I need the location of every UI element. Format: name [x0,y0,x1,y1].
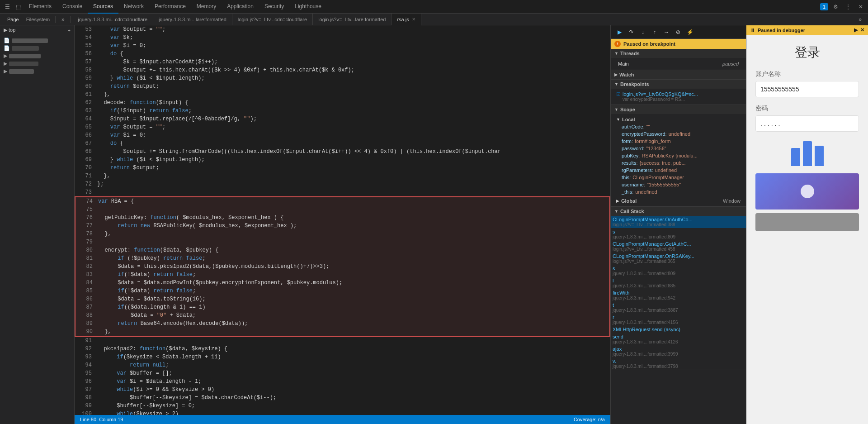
code-line-63[interactable]: 63 if(!$input) return false; [75,107,610,115]
code-line-84[interactable]: 84 $data = $data.modPowInt($pubkey.encry… [75,279,610,287]
code-line-60[interactable]: 60 return $output; [75,82,610,91]
local-header[interactable]: ▼ Local [614,116,742,123]
code-line-99[interactable]: 99 $buffer[--$keysize] = 0; [75,402,610,410]
watch-header[interactable]: ▶ Watch [611,70,746,79]
callstack-item-12[interactable]: v. jquery-1.8.3.mi....formatted:3798 [611,357,746,370]
callstack-item-7[interactable]: t jquery-1.8.3.mi....formatted:3887 [611,301,746,314]
callstack-item-2[interactable]: CLoginPromptManager.GetAuthC... login.js… [611,240,746,252]
scope-var-form[interactable]: form : form#login_form [622,138,742,145]
code-line-59[interactable]: 59 } while ($i < $input.length); [75,74,610,82]
code-line-83[interactable]: 83 if(!$data) return false; [75,271,610,279]
code-line-97[interactable]: 97 while($i >= 0 && $keysize > 0) [75,386,610,394]
code-line-57[interactable]: 57 $k = $input.charCodeAt($i++); [75,58,610,66]
deactivate-breakpoints-btn[interactable]: ⊘ [673,27,683,37]
debugger-play-icon[interactable]: ▶ [854,27,858,33]
code-line-86[interactable]: 86 $data = $data.toString(16); [75,295,610,303]
close-devtools-icon[interactable]: ✕ [855,1,866,12]
code-line-70[interactable]: 70 return $output; [75,164,610,172]
devtools-inspect-icon[interactable]: ⬚ [13,1,24,12]
call-stack-header[interactable]: ▼ Call Stack [611,207,746,216]
step-out-btn[interactable]: ↑ [650,27,660,37]
scope-var-encryptedPassword[interactable]: encryptedPassword : undefined [622,130,742,138]
code-line-77[interactable]: 77 return new RSAPublicKey( $modulus_hex… [75,222,610,230]
callstack-item-0[interactable]: CLoginPromptManager.OnAuthCo... login.js… [611,216,746,228]
code-line-73[interactable]: 73 [75,188,610,196]
callstack-item-6[interactable]: fireWith jquery-1.8.3.mi....formatted:94… [611,289,746,301]
tree-item-3[interactable]: ▶ [0,52,74,60]
callstack-item-11[interactable]: ajax jquery-1.8.3.mi....formatted:3999 [611,345,746,357]
code-line-75[interactable]: 75 [75,205,610,214]
tree-item-1[interactable]: 📄 [0,37,74,44]
code-line-91[interactable]: 91 [75,337,610,345]
code-line-69[interactable]: 69 } while ($i < $input.length); [75,156,610,164]
code-line-79[interactable]: 79 [75,238,610,246]
step-into-btn[interactable]: ↓ [638,27,648,37]
code-line-62[interactable]: 62 decode: function($input) { [75,99,610,107]
callstack-item-5[interactable]: l jquery-1.8.3.mi....formatted:885 [611,277,746,289]
code-line-94[interactable]: 94 return null; [75,361,610,369]
code-line-87[interactable]: 87 if(($data.length & 1) == 1) [75,303,610,311]
code-line-82[interactable]: 82 $data = this.pkcs1pad2($data,($pubkey… [75,262,610,271]
code-line-74[interactable]: 74 var RSA = { [75,196,610,205]
code-line-72[interactable]: 72 }; [75,180,610,188]
breakpoint-1[interactable]: ☑ login.js?v=_LtvB0oQSgKQ&l=sc... var en… [614,91,742,103]
scope-var-results[interactable]: results : {success: true, pub... [622,159,742,167]
code-line-53[interactable]: 53 var $output = ""; [75,25,610,33]
code-line-81[interactable]: 81 if (!$pubkey) return false; [75,254,610,262]
threads-header[interactable]: ▼ Threads [611,49,746,58]
filesystem-tab[interactable]: Filesystem [23,17,54,22]
callstack-item-4[interactable]: s jquery-1.8.3.mi....formatted:809 [611,265,746,277]
code-line-55[interactable]: 55 var $i = 0; [75,42,610,50]
debugger-close-icon[interactable]: ✕ [860,27,864,33]
code-line-65[interactable]: 65 var $output = ""; [75,123,610,131]
file-tab-login-cdn[interactable]: login.js?v=_Ltv...cdn=cloudflare [232,14,313,25]
step-over-btn[interactable]: ↷ [626,27,636,37]
tab-security[interactable]: Security [259,0,289,14]
callstack-item-3[interactable]: CLoginPromptManager.OnRSAKey... login.js… [611,252,746,265]
more-tabs-button[interactable]: » [856,16,864,23]
code-line-98[interactable]: 98 $buffer[--$keysize] = $data.charCodeA… [75,394,610,402]
code-line-68[interactable]: 68 $output += String.fromCharCode(((this… [75,148,610,156]
code-line-76[interactable]: 76 getPublicKey: function( $modulus_hex,… [75,214,610,222]
tree-item-4[interactable]: ▶ [0,60,74,67]
tab-performance[interactable]: Performance [149,0,191,14]
code-line-93[interactable]: 93 if($keysize < $data.length + 11) [75,353,610,361]
callstack-item-10[interactable]: send jquery-1.8.3.mi....formatted:4126 [611,333,746,345]
scope-var-pubKey[interactable]: pubKey : RSAPublicKey {modulu... [622,152,742,159]
code-content[interactable]: 53 var $output = ""; 54 var $k; 55 var $… [75,25,610,415]
tab-sources[interactable]: Sources [88,0,118,14]
file-tab-jquery-min-cdn[interactable]: jquery-1.8.3.mi...cdn=cloudflare [72,14,153,25]
scope-var-username[interactable]: username : "15555555555" [622,181,742,188]
code-line-56[interactable]: 56 do { [75,50,610,58]
scope-header[interactable]: ▼ Scope [611,105,746,114]
settings-icon[interactable]: ⚙ [830,1,841,12]
code-line-71[interactable]: 71 }, [75,172,610,180]
code-line-80[interactable]: 80 encrypt: function($data, $pubkey) { [75,246,610,254]
code-line-95[interactable]: 95 var $buffer = []; [75,369,610,377]
code-line-89[interactable]: 89 return Base64.encode(Hex.decode($data… [75,319,610,328]
expand-icon[interactable]: » [57,14,68,25]
code-line-66[interactable]: 66 var $i = 0; [75,131,610,139]
breakpoint-checkbox[interactable]: ☑ [616,91,621,97]
callstack-item-8[interactable]: r jquery-1.8.3.mi....formatted:4156 [611,314,746,326]
scope-var-authCode[interactable]: authCode : "" [622,123,742,130]
step-btn[interactable]: → [661,27,671,37]
file-tab-login-formatted[interactable]: login.js?v=_Ltv...lare:formatted [313,14,392,25]
devtools-menu-icon[interactable]: ☰ [2,1,13,12]
close-rsa-tab[interactable]: ✕ [412,17,415,22]
tab-console[interactable]: Console [57,0,88,14]
code-line-96[interactable]: 96 var $i = $data.length - 1; [75,377,610,386]
resume-btn[interactable]: ▶ [614,27,624,37]
callstack-item-1[interactable]: s jquery-1.8.3.mi....formatted:809 [611,228,746,240]
code-line-64[interactable]: 64 $input = $input.replace(/[^0-9abcdef]… [75,115,610,123]
scope-var-rgParameters[interactable]: rgParameters : undefined [622,167,742,174]
tab-elements[interactable]: Elements [24,0,57,14]
code-line-85[interactable]: 85 if(!$data) return false; [75,287,610,295]
code-line-58[interactable]: 58 $output += this.hex.charAt(($k >> 4) … [75,66,610,74]
code-line-67[interactable]: 67 do { [75,139,610,148]
scope-var-_this[interactable]: _this : undefined [622,188,742,195]
global-header[interactable]: ▶ Global Window [614,197,742,205]
code-line-88[interactable]: 88 $data = "0" + $data; [75,311,610,319]
breakpoints-header[interactable]: ▼ Breakpoints [611,80,746,89]
code-line-78[interactable]: 78 }, [75,230,610,238]
